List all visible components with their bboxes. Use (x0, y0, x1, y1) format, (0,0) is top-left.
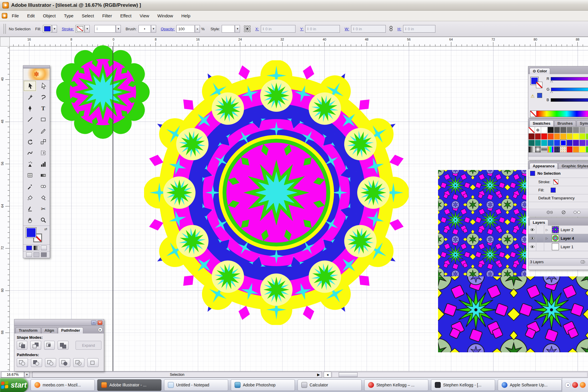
new-art-maintains-icon[interactable] (546, 210, 554, 215)
horizontal-scrollbar[interactable] (332, 372, 587, 377)
scroll-left-button[interactable]: ◂ (324, 372, 331, 378)
menu-view[interactable]: View (136, 12, 153, 19)
fill-dropdown[interactable]: ▼ (52, 25, 57, 33)
gradient-tool[interactable] (36, 170, 50, 181)
zoom-dropdown[interactable]: ▼ (24, 372, 29, 378)
brush-field[interactable]: • (138, 25, 151, 33)
swatch[interactable] (528, 140, 535, 146)
swatch[interactable] (573, 140, 579, 146)
layer-visibility-icon[interactable] (528, 234, 536, 242)
taskbar-item-media-red[interactable]: Stephen Kellogg – ... (364, 379, 428, 391)
swatch[interactable] (579, 140, 586, 146)
menu-help[interactable]: Help (178, 12, 194, 19)
menu-object[interactable]: Object (39, 12, 59, 19)
layer-lock-cell[interactable] (536, 243, 544, 251)
layer-visibility-icon[interactable] (528, 243, 536, 251)
layer-thumbnail[interactable] (552, 235, 559, 242)
stroke-color-swatch[interactable] (76, 25, 84, 33)
tab-align[interactable]: Align (41, 327, 58, 333)
tray-red-icon[interactable] (572, 382, 578, 388)
zoom-level[interactable]: 16.67% (1, 372, 24, 378)
toolbox-drag-bar[interactable] (23, 66, 50, 69)
eyedropper-tool[interactable] (23, 181, 36, 192)
layer-name[interactable]: Layer 1 (561, 245, 573, 249)
free-transform-tool[interactable] (36, 147, 50, 159)
expand-button[interactable]: Expand (76, 341, 101, 350)
layer-expand-icon[interactable]: ▷ (544, 228, 549, 231)
reference-point-icon[interactable] (244, 26, 250, 32)
standard-screen-button[interactable] (26, 252, 32, 257)
swatch[interactable] (528, 127, 535, 133)
swatch[interactable] (579, 133, 586, 140)
stroke-dropdown[interactable]: ▼ (85, 25, 90, 33)
small-rosette-artwork[interactable] (54, 44, 151, 141)
shape-mode-subtract-button[interactable] (30, 341, 41, 350)
palette-menu-icon[interactable]: ▸ (98, 327, 103, 332)
warp-tool[interactable] (23, 147, 36, 159)
opacity-stepper[interactable]: ▸ (195, 25, 200, 33)
swatch[interactable] (560, 146, 567, 153)
swatch[interactable] (573, 146, 579, 153)
layer-expand-icon[interactable]: ▷ (544, 237, 549, 240)
live-paint-bucket-tool[interactable] (23, 192, 36, 203)
pathfinder-trim-button[interactable] (31, 358, 42, 367)
pathfinder-divide-button[interactable] (17, 358, 28, 367)
scale-tool[interactable] (36, 136, 50, 147)
brush-dropdown[interactable]: ▼ (151, 25, 156, 33)
gradient-button[interactable] (34, 246, 39, 250)
swatch[interactable] (541, 127, 547, 133)
swatch[interactable] (541, 146, 547, 153)
color-stroke-proxy[interactable] (536, 82, 542, 88)
h-field[interactable]: ▲▼0 in (403, 25, 435, 33)
tab-appearance[interactable]: Appearance (529, 163, 558, 169)
swatch[interactable] (560, 127, 567, 133)
stroke-label[interactable]: Stroke: (62, 27, 74, 31)
swatch[interactable] (567, 127, 573, 133)
shape-mode-intersect-button[interactable] (44, 341, 55, 350)
tab-brushes[interactable]: Brushes (554, 120, 576, 126)
graph-tool[interactable] (36, 159, 50, 170)
swatch[interactable] (586, 133, 588, 140)
menu-file[interactable]: File (8, 12, 23, 19)
shape-mode-exclude-button[interactable] (58, 341, 68, 350)
style-field[interactable] (222, 25, 235, 33)
fill-stroke-indicator[interactable]: ⇄ (23, 226, 50, 244)
g-slider-marker[interactable] (550, 91, 553, 93)
layer-lock-cell[interactable] (536, 234, 544, 242)
swatch[interactable] (567, 133, 573, 140)
none-button[interactable] (41, 246, 47, 250)
swatch[interactable] (554, 133, 560, 140)
swatch[interactable]: ⊕ (535, 127, 541, 133)
style-dropdown[interactable]: ▼ (235, 25, 240, 33)
lasso-tool[interactable] (36, 91, 50, 103)
swatch[interactable] (554, 140, 560, 146)
r-slider-marker[interactable] (550, 81, 553, 83)
mesh-tool[interactable] (23, 170, 36, 181)
opacity-label[interactable]: Opacity: (161, 27, 175, 31)
appearance-fill-chip[interactable] (551, 188, 556, 193)
taskbar-item-calculator[interactable]: Calculator (298, 379, 362, 391)
scrollbar-thumb[interactable] (339, 372, 358, 377)
swatch[interactable] (535, 146, 541, 153)
swatch[interactable] (528, 146, 535, 153)
taskbar-item-illustrator[interactable]: Adobe Illustrator - ... (97, 379, 161, 391)
fullscreen-button[interactable] (41, 252, 47, 257)
paintbrush-tool[interactable] (23, 125, 36, 136)
mandala-artwork[interactable] (144, 60, 409, 325)
menu-type[interactable]: Type (60, 12, 77, 19)
pencil-tool[interactable] (36, 125, 50, 136)
opacity-field[interactable]: 100 (176, 25, 195, 33)
swatch[interactable] (560, 133, 567, 140)
swatch[interactable] (586, 146, 588, 153)
symbol-sprayer-tool[interactable] (23, 159, 36, 170)
b-slider[interactable] (551, 98, 588, 102)
fullscreen-menu-button[interactable] (34, 252, 39, 257)
gamut-color-chip[interactable] (537, 93, 542, 98)
swatch[interactable] (579, 146, 586, 153)
hand-tool[interactable] (23, 214, 36, 226)
swatch[interactable] (547, 146, 554, 153)
type-tool[interactable]: T (36, 103, 50, 114)
layer-row-layer-1[interactable]: Layer 1 (528, 243, 588, 251)
swatches-bottom-bar[interactable] (528, 153, 588, 157)
swatch[interactable] (573, 133, 579, 140)
